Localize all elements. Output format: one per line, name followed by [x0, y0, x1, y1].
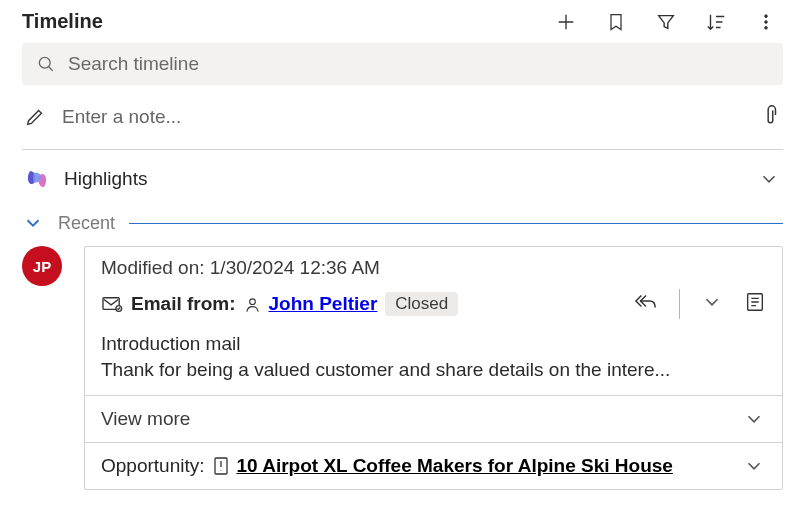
opportunity-label: Opportunity:: [101, 455, 205, 477]
person-icon: [244, 296, 261, 313]
opportunity-link[interactable]: 10 Airpot XL Coffee Makers for Alpine Sk…: [237, 455, 673, 477]
open-record-button[interactable]: [744, 291, 766, 318]
opportunity-left: Opportunity: 10 Airpot XL Coffee Makers …: [101, 455, 673, 477]
add-button[interactable]: [555, 11, 577, 33]
timeline-header: Timeline: [22, 6, 783, 43]
email-icon: [101, 295, 123, 313]
svg-point-0: [765, 14, 768, 17]
reply-menu-button[interactable]: [700, 291, 724, 318]
recent-label: Recent: [58, 213, 115, 234]
reply-all-button[interactable]: [633, 291, 659, 318]
plus-icon: [555, 11, 577, 33]
status-badge: Closed: [385, 292, 458, 316]
note-input[interactable]: [62, 106, 743, 128]
reply-all-icon: [633, 291, 659, 313]
note-lines-icon: [744, 291, 766, 313]
priority-icon: [213, 456, 229, 476]
modified-date: 1/30/2024 12:36 AM: [210, 257, 380, 278]
view-more-label: View more: [101, 408, 190, 430]
email-preview: Thank for being a valued customer and sh…: [101, 359, 766, 381]
sort-button[interactable]: [705, 11, 727, 33]
paperclip-icon: [759, 103, 781, 127]
divider: [129, 223, 783, 224]
pencil-icon: [24, 106, 46, 128]
chevron-down-icon: [757, 168, 781, 190]
recent-section-header[interactable]: Recent: [22, 208, 783, 240]
chevron-down-icon: [700, 291, 724, 313]
svg-point-1: [765, 20, 768, 23]
note-row: [22, 85, 783, 150]
chevron-down-icon: [742, 408, 766, 430]
chevron-down-icon: [22, 212, 44, 234]
attach-button[interactable]: [759, 103, 781, 131]
bookmark-button[interactable]: [605, 11, 627, 33]
filter-button[interactable]: [655, 11, 677, 33]
email-from-line: Email from: John Peltier Closed: [101, 289, 766, 319]
email-subject: Introduction mail: [101, 333, 766, 355]
highlights-section[interactable]: Highlights: [22, 150, 783, 208]
sender-link[interactable]: John Peltier: [269, 293, 378, 315]
panel-title: Timeline: [22, 10, 103, 33]
sort-icon: [705, 11, 727, 33]
search-bar[interactable]: [22, 43, 783, 85]
activity-row: JP Modified on: 1/30/2024 12:36 AM Email…: [22, 240, 783, 490]
timeline-panel: Timeline: [0, 0, 805, 490]
modified-on: Modified on: 1/30/2024 12:36 AM: [101, 257, 766, 279]
copilot-icon: [24, 166, 50, 192]
chevron-down-icon[interactable]: [742, 455, 766, 477]
search-input[interactable]: [68, 53, 769, 75]
filter-icon: [655, 11, 677, 33]
divider: [679, 289, 680, 319]
email-from-label: Email from:: [131, 293, 236, 315]
card-actions: [633, 289, 766, 319]
header-actions: [555, 11, 783, 33]
search-icon: [36, 54, 56, 74]
view-more-row[interactable]: View more: [85, 396, 782, 442]
svg-point-6: [249, 298, 255, 304]
bookmark-icon: [606, 11, 626, 33]
modified-prefix: Modified on:: [101, 257, 210, 278]
avatar: JP: [22, 246, 62, 286]
more-vertical-icon: [756, 11, 776, 33]
more-button[interactable]: [755, 11, 777, 33]
card-body: Modified on: 1/30/2024 12:36 AM Email fr…: [85, 247, 782, 395]
svg-point-2: [765, 26, 768, 29]
opportunity-row: Opportunity: 10 Airpot XL Coffee Makers …: [85, 443, 782, 489]
highlights-label: Highlights: [64, 168, 743, 190]
activity-card: Modified on: 1/30/2024 12:36 AM Email fr…: [84, 246, 783, 490]
